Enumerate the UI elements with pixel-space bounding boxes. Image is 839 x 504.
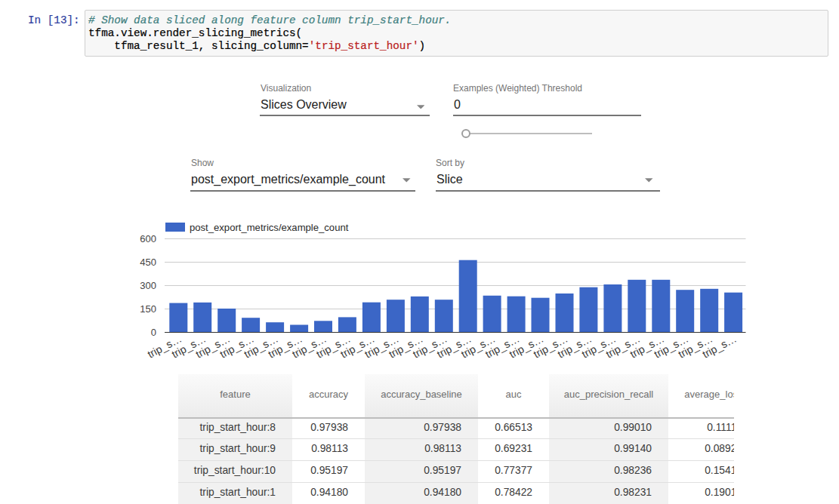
svg-text:600: 600 bbox=[140, 233, 156, 244]
svg-text:300: 300 bbox=[140, 280, 156, 291]
svg-text:150: 150 bbox=[140, 303, 156, 315]
svg-text:post_export_metrics/example_co: post_export_metrics/example_count bbox=[190, 222, 349, 233]
svg-text:0: 0 bbox=[151, 327, 156, 338]
svg-text:450: 450 bbox=[140, 257, 156, 268]
